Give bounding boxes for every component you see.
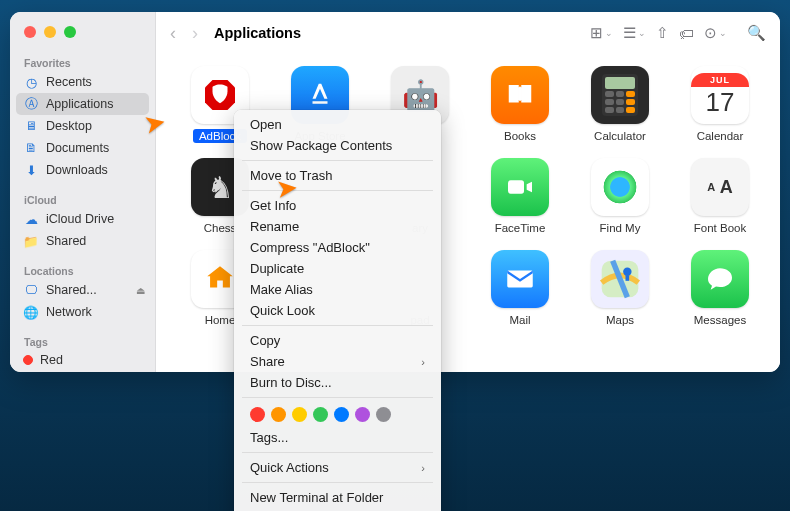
app-label: Calendar [691,129,750,143]
ctx-tags[interactable]: Tags... [234,427,441,448]
back-button[interactable]: ‹ [170,23,176,44]
facetime-icon [491,158,549,216]
toolbar: ‹ › Applications ⊞⌄ ☰⌄ ⇧ 🏷 ⊙⌄ 🔍 [156,12,780,54]
app-label: Font Book [688,221,752,235]
ctx-label: Share [250,354,285,369]
view-mode-button[interactable]: ⊞⌄ [590,24,613,42]
globe-icon: 🌐 [23,304,39,320]
eject-icon[interactable]: ⏏ [136,285,145,296]
sidebar-item-shared-disk[interactable]: 🖵Shared...⏏ [10,279,155,301]
sidebar-item-label: Shared [46,234,86,248]
tag-color-swatch[interactable] [313,407,328,422]
calendar-day: 17 [706,87,735,118]
ctx-separator [242,160,433,161]
sidebar-item-applications[interactable]: ⒶApplications [16,93,149,115]
sidebar-item-tag-red[interactable]: Red [10,350,155,370]
ctx-label: Burn to Disc... [250,375,332,390]
ctx-show-package[interactable]: Show Package Contents [234,135,441,156]
close-button[interactable] [24,26,36,38]
window-controls [10,22,155,52]
sidebar-item-icloud-drive[interactable]: ☁iCloud Drive [10,208,155,230]
app-fontbook[interactable]: A A Font Book [670,152,770,244]
cloud-icon: ☁ [23,211,39,227]
sidebar: Favorites ◷Recents ⒶApplications 🖥Deskto… [10,12,156,372]
chevron-down-icon: ⌄ [638,28,646,38]
app-label: Find My [594,221,647,235]
ctx-get-info[interactable]: Get Info [234,195,441,216]
maximize-button[interactable] [64,26,76,38]
minimize-button[interactable] [44,26,56,38]
sidebar-item-label: Red [40,353,63,367]
sidebar-item-network[interactable]: 🌐Network [10,301,155,323]
tag-color-swatch[interactable] [292,407,307,422]
svg-rect-0 [508,180,524,193]
action-button[interactable]: ⊙⌄ [704,24,727,42]
desktop-icon: 🖥 [23,118,39,134]
app-books[interactable]: Books [470,60,570,152]
messages-icon [691,250,749,308]
ctx-separator [242,190,433,191]
sidebar-section-icloud: iCloud [10,189,155,208]
ctx-make-alias[interactable]: Make Alias [234,279,441,300]
ctx-duplicate[interactable]: Duplicate [234,258,441,279]
sidebar-item-label: Network [46,305,92,319]
app-facetime[interactable]: FaceTime [470,152,570,244]
ctx-label: Move to Trash [250,168,332,183]
ctx-rename[interactable]: Rename [234,216,441,237]
ctx-label: Copy [250,333,280,348]
ctx-quick-look[interactable]: Quick Look [234,300,441,321]
tag-color-swatch[interactable] [376,407,391,422]
app-label: Books [498,129,542,143]
ctx-tag-colors [234,402,441,427]
ctx-label: Make Alias [250,282,313,297]
ctx-label: Quick Look [250,303,315,318]
ctx-label: Tags... [250,430,288,445]
ctx-compress[interactable]: Compress "AdBlock" [234,237,441,258]
ctx-share[interactable]: Share› [234,351,441,372]
app-findmy[interactable]: Find My [570,152,670,244]
doc-icon: 🗎 [23,140,39,156]
group-button[interactable]: ☰⌄ [623,24,646,42]
sidebar-section-locations: Locations [10,260,155,279]
ctx-move-to-trash[interactable]: Move to Trash [234,165,441,186]
sidebar-item-desktop[interactable]: 🖥Desktop [10,115,155,137]
sidebar-item-label: Downloads [46,163,108,177]
ctx-separator [242,397,433,398]
chevron-down-icon: ⌄ [605,28,613,38]
ctx-label: New Terminal at Folder [250,490,383,505]
ctx-burn[interactable]: Burn to Disc... [234,372,441,393]
folder-icon: 📁 [23,233,39,249]
app-label: Messages [688,313,752,327]
ctx-label: Compress "AdBlock" [250,240,370,255]
app-calendar[interactable]: JUL17 Calendar [670,60,770,152]
tag-color-swatch[interactable] [334,407,349,422]
app-messages[interactable]: Messages [670,244,770,336]
sidebar-item-label: Recents [46,75,92,89]
tag-button[interactable]: 🏷 [679,25,694,42]
calendar-month: JUL [691,73,749,87]
sidebar-item-downloads[interactable]: ⬇Downloads [10,159,155,181]
tag-color-swatch[interactable] [271,407,286,422]
tag-color-swatch[interactable] [355,407,370,422]
maps-icon [591,250,649,308]
ctx-open[interactable]: Open [234,114,441,135]
app-maps[interactable]: Maps [570,244,670,336]
share-button[interactable]: ⇧ [656,24,669,42]
app-calculator[interactable]: Calculator [570,60,670,152]
search-button[interactable]: 🔍 [747,24,766,42]
calculator-icon [591,66,649,124]
sidebar-item-documents[interactable]: 🗎Documents [10,137,155,159]
ctx-copy[interactable]: Copy [234,330,441,351]
app-mail[interactable]: Mail [470,244,570,336]
tag-red-icon [23,355,33,365]
ctx-label: Duplicate [250,261,304,276]
sidebar-item-label: Desktop [46,119,92,133]
calendar-icon: JUL17 [691,66,749,124]
sidebar-item-recents[interactable]: ◷Recents [10,71,155,93]
ctx-new-terminal[interactable]: New Terminal at Folder [234,487,441,508]
sidebar-item-shared[interactable]: 📁Shared [10,230,155,252]
forward-button[interactable]: › [192,23,198,44]
download-icon: ⬇ [23,162,39,178]
ctx-quick-actions[interactable]: Quick Actions› [234,457,441,478]
tag-color-swatch[interactable] [250,407,265,422]
